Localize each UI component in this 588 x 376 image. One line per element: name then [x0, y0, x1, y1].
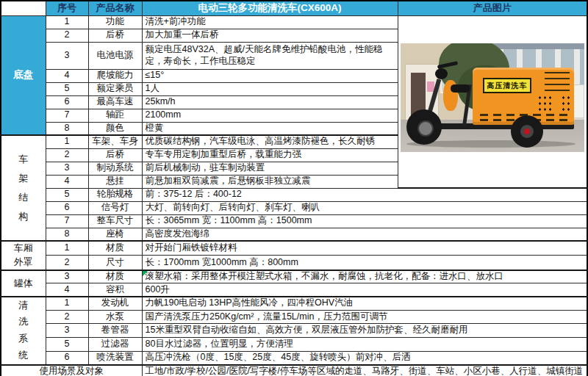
desc-cell: 橙黄: [142, 122, 398, 135]
product-photo: 高压清洗车: [401, 43, 584, 152]
table-row: 8 座椅 高密度发泡海绵: [1, 228, 587, 241]
table-row: 6 信号灯 大灯、前转向灯、后转向灯、刹车灯、喇叭: [1, 201, 587, 214]
serial-cell: 1: [46, 297, 88, 311]
name-cell: 尺寸: [88, 256, 142, 270]
table-row: 2 水泵 国产清洗泵压力250Kg/cm²，流量15L/min，压力范围可调节: [1, 310, 587, 324]
header-product-name: 产品名称: [88, 1, 142, 15]
serial-cell: 1: [46, 135, 88, 148]
desc-cell: 额定电压48V32A、超威/天能名牌免维护铅酸电池，性能稳定，寿命长，工作电压稳…: [142, 42, 398, 69]
serial-cell: 2: [46, 256, 88, 270]
group-label-wash: 清洗系统: [1, 297, 46, 365]
serial-cell: 3: [46, 270, 88, 283]
desc-cell: 前后机械制动，驻车制动装置: [142, 162, 398, 175]
table-row: 罐体 3 材质 滚塑水箱：采用整体开模注塑式水箱，不漏水，耐腐蚀，抗老化，配备：…: [1, 270, 587, 283]
serial-cell: 1: [46, 241, 88, 256]
desc-cell: 优质碳结构钢，汽车级电泳、高温烤漆防褪色，长久耐锈: [142, 135, 398, 148]
desc-cell: 高密度发泡海绵: [142, 228, 587, 241]
name-cell: 爬坡能力: [88, 69, 142, 82]
serial-cell: 8: [46, 122, 88, 135]
desc-cell: 力帆190电启动 13HP高性能风冷，四冲程OHV汽油: [142, 297, 587, 311]
table-row: 清洗系统 1 发动机 力帆190电启动 13HP高性能风冷，四冲程OHV汽油: [1, 297, 587, 311]
desc-cell: 加大加重一体后桥: [142, 29, 398, 42]
name-cell: 最高车速: [88, 95, 142, 109]
table-row: 2 尺寸 长：1700mm 宽1000mm 高：800mm: [1, 256, 587, 270]
table-row: 6 喷洗装置 高压冲洗枪（0度、15度、25度、45度、旋转喷头）前对冲、后洒: [1, 351, 587, 365]
table-row: 5 过滤器 80目水过滤器，位置明显，方便清理: [1, 337, 587, 351]
name-cell: 整车尺寸: [88, 214, 142, 228]
desc-cell: 前悬加粗双筒减震，后悬钢板非独立减震: [142, 175, 398, 188]
serial-cell: 2: [46, 310, 88, 324]
group-label-box: 车厢外罩: [1, 241, 46, 270]
name-cell: 过滤器: [88, 337, 142, 351]
usage-desc: 工地/市政/学校/公园/医院/写字楼/停车场等区域的走道、马路牙、街道、车站、小…: [142, 365, 587, 376]
desc-cell: 80目水过滤器，位置明显，方便清理: [142, 337, 587, 351]
desc-cell: 600升: [142, 283, 587, 297]
serial-cell: 7: [46, 214, 88, 228]
name-cell: 车架、车身: [88, 135, 142, 148]
name-cell: 颜色: [88, 122, 142, 135]
header-corner-cell: [1, 1, 46, 15]
photo-vent-dots: [561, 95, 571, 112]
desc-text: 滚塑水箱：采用整体开模注塑式水箱，不漏水，耐腐蚀，抗老化，配备：进水口、放水口: [146, 271, 504, 281]
photo-vent-dots: [537, 95, 552, 112]
name-cell: 容积: [88, 283, 142, 297]
desc-cell: 15米重型双臂自动收缩自如、高效方便，双层液压管外加防护套、经久耐磨耐用: [142, 324, 587, 338]
desc-cell: 清洗+前冲功能: [142, 15, 398, 29]
usage-row: 使用场景及对象 工地/市政/学校/公园/医院/写字楼/停车场等区域的走道、马路牙…: [1, 365, 587, 376]
serial-cell: 6: [46, 95, 88, 109]
desc-cell: 对开始门厢铁镀锌材料: [142, 241, 587, 256]
desc-cell: ≤15°: [142, 69, 398, 82]
serial-cell: 7: [46, 109, 88, 122]
group-label-text: 车架结构: [18, 150, 29, 226]
serial-cell: 8: [46, 228, 88, 241]
name-cell: 额定乘员: [88, 82, 142, 95]
page-title: 电动三轮多功能清洗车(CX600A): [142, 1, 398, 15]
name-cell: 喷洗装置: [88, 351, 142, 365]
name-cell: 水泵: [88, 310, 142, 324]
desc-cell: 25km/h: [142, 95, 398, 109]
desc-cell: 2100mm: [142, 109, 398, 122]
name-cell: 材质: [88, 270, 142, 283]
desc-cell: 高压冲洗枪（0度、15度、25度、45度、旋转喷头）前对冲、后洒: [142, 351, 587, 365]
serial-cell: 1: [46, 15, 88, 29]
table-row: 5 轮胎规格 前：375-12 后：400-12: [1, 188, 587, 201]
name-cell: 制动系统: [88, 162, 142, 175]
desc-cell: 滚塑水箱：采用整体开模注塑式水箱，不漏水，耐腐蚀，抗老化，配备：进水口、放水口: [142, 270, 587, 283]
product-spec-sheet: 序号 产品名称 电动三轮多功能清洗车(CX600A) 产品图片 底盘 1 功能 …: [0, 0, 588, 376]
group-label-frame: 车架结构: [1, 135, 46, 241]
serial-cell: 6: [46, 201, 88, 214]
photo-headlight: [435, 68, 448, 79]
serial-cell: 5: [46, 82, 88, 95]
table-row: 7 整车尺寸 长：3065mm 宽：1100mm 高：1500mm: [1, 214, 587, 228]
desc-cell: 大灯、前转向灯、后转向灯、刹车灯、喇叭: [142, 201, 587, 214]
table-row: 车厢外罩 1 材质 对开始门厢铁镀锌材料: [1, 241, 587, 256]
name-cell: 后桥: [88, 29, 142, 42]
serial-cell: 5: [46, 337, 88, 351]
table-row: 4 容积 600升: [1, 283, 587, 297]
serial-cell: 4: [46, 283, 88, 297]
group-label-tank: 罐体: [1, 270, 46, 297]
name-cell: 悬挂: [88, 175, 142, 188]
serial-cell: 2: [46, 29, 88, 42]
serial-cell: 2: [46, 148, 88, 162]
spec-table: 序号 产品名称 电动三轮多功能清洗车(CX600A) 产品图片 底盘 1 功能 …: [0, 0, 588, 376]
name-cell: 卷管器: [88, 324, 142, 338]
group-label-text: 清洗系统: [18, 297, 29, 364]
name-cell: 信号灯: [88, 201, 142, 214]
desc-cell: 前：375-12 后：400-12: [142, 188, 587, 201]
table-row: 底盘 1 功能 清洗+前冲功能: [1, 15, 587, 29]
photo-seat: [451, 84, 470, 93]
serial-cell: 3: [46, 42, 88, 69]
product-image-cell: 高压清洗车: [398, 15, 587, 188]
name-cell: 轮胎规格: [88, 188, 142, 201]
serial-cell: 3: [46, 162, 88, 175]
group-label-text: 车厢外罩: [12, 242, 35, 270]
serial-cell: 6: [46, 351, 88, 365]
photo-truck-sign: 高压清洗车: [483, 78, 531, 93]
desc-cell: 1人: [142, 82, 398, 95]
serial-cell: 4: [46, 69, 88, 82]
table-row: 3 卷管器 15米重型双臂自动收缩自如、高效方便，双层液压管外加防护套、经久耐磨…: [1, 324, 587, 338]
name-cell: 后桥: [88, 148, 142, 162]
desc-cell: 专车专用定制加重型后桥，载重能力强: [142, 148, 398, 162]
photo-front-hub: [417, 120, 434, 137]
